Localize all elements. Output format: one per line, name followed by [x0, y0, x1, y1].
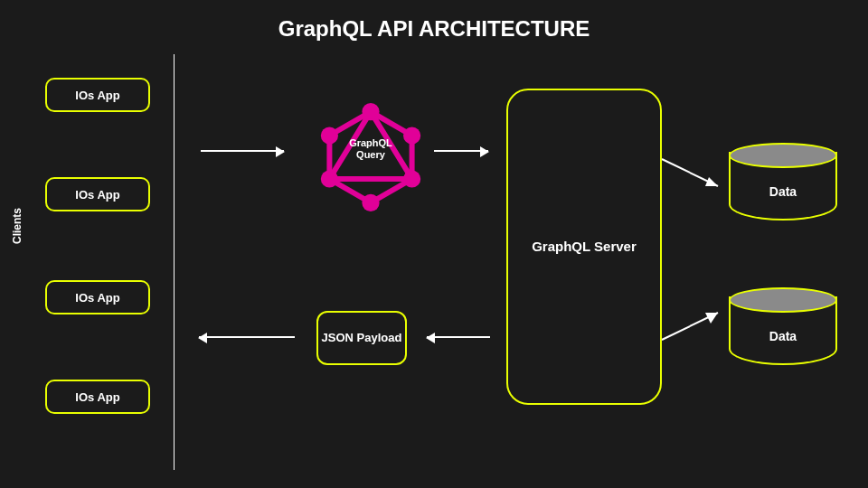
client-box: IOs App: [45, 177, 150, 211]
diagram-title: GraphQL API ARCHITECTURE: [0, 16, 868, 42]
svg-point-10: [321, 170, 338, 187]
arrow-icon: [658, 302, 731, 347]
clients-divider: [174, 54, 175, 470]
client-box: IOs App: [45, 380, 150, 414]
arrow-icon: [199, 336, 295, 338]
graphql-server-node: GraphQL Server: [506, 89, 662, 405]
database-label: Data: [729, 184, 837, 199]
client-box: IOs App: [45, 78, 150, 112]
arrow-icon: [201, 150, 284, 152]
svg-point-6: [362, 103, 379, 120]
database-node: Data: [729, 143, 837, 224]
database-label: Data: [729, 329, 837, 343]
svg-point-11: [321, 127, 338, 144]
svg-point-7: [403, 127, 420, 144]
clients-group-label: Clients: [11, 208, 24, 244]
client-box: IOs App: [45, 280, 150, 314]
svg-point-9: [362, 194, 379, 211]
svg-point-8: [403, 170, 420, 187]
arrow-icon: [658, 154, 731, 199]
json-payload-node: JSON Payload: [316, 311, 407, 365]
graphql-query-label: GraphQL Query: [344, 137, 398, 161]
arrow-icon: [427, 336, 490, 338]
database-node: Data: [729, 287, 837, 369]
arrow-icon: [434, 150, 488, 152]
diagram-canvas: GraphQL API ARCHITECTURE Clients IOs App…: [0, 0, 868, 488]
svg-marker-1: [705, 177, 718, 186]
